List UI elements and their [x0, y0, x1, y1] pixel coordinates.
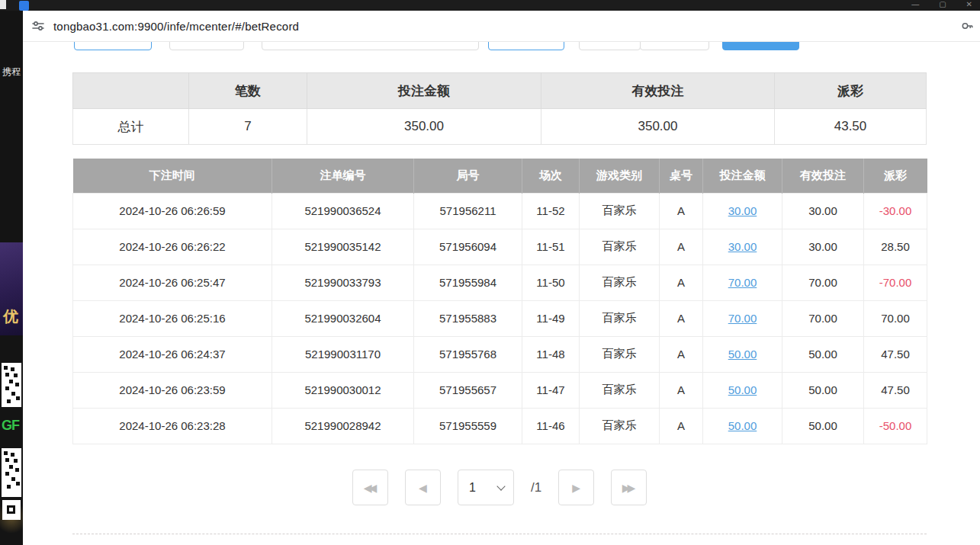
- bet-time-cell: 2024-10-26 06:24:37: [73, 336, 272, 372]
- background-bottom-box: [2, 500, 21, 520]
- bet-amount-link[interactable]: 50.00: [728, 348, 757, 361]
- page-total-label: /1: [531, 480, 541, 495]
- bet-amount-link[interactable]: 70.00: [728, 276, 757, 289]
- bet-amount-cell: 70.00: [703, 300, 782, 336]
- payout-cell: 70.00: [864, 300, 927, 336]
- valid-bet-cell: 30.00: [782, 193, 864, 229]
- next-page-button[interactable]: ▶: [558, 470, 594, 505]
- browser-titlebar: — ▢ ✕: [0, 0, 980, 11]
- table-number-cell: A: [660, 300, 703, 336]
- bet-amount-cell: 50.00: [703, 372, 782, 408]
- bet-time-cell: 2024-10-26 06:25:16: [73, 300, 272, 336]
- payout-cell: 28.50: [864, 229, 927, 264]
- round-number-cell: 571956094: [414, 229, 522, 264]
- col-header-bet-amount: 投注金额: [703, 159, 782, 193]
- table-number-cell: A: [660, 229, 703, 264]
- order-number-cell: 521990033793: [272, 264, 414, 300]
- order-number-cell: 521990030012: [272, 372, 414, 408]
- qr-code-1: [2, 363, 21, 407]
- maximize-button[interactable]: ▢: [939, 0, 946, 10]
- bet-time-cell: 2024-10-26 06:26:59: [73, 193, 272, 229]
- table-row: 2024-10-26 06:23:59521990030012571955657…: [73, 372, 927, 408]
- pagination: ◀◀ ◀ 1 /1 ▶ ▶▶: [72, 470, 927, 505]
- first-page-icon: ◀◀: [364, 482, 374, 494]
- prev-page-icon: ◀: [419, 482, 427, 494]
- last-page-icon: ▶▶: [622, 482, 633, 494]
- minimize-button[interactable]: —: [911, 0, 919, 10]
- round-number-cell: 571955984: [414, 264, 522, 300]
- session-cell: 11-51: [522, 229, 580, 264]
- order-number-cell: 521990028942: [272, 408, 414, 444]
- game-type-cell: 百家乐: [580, 336, 660, 372]
- bet-amount-cell: 50.00: [703, 336, 782, 372]
- table-row: 2024-10-26 06:26:59521990036524571956211…: [73, 193, 927, 229]
- summary-count-value: 7: [188, 109, 307, 145]
- payout-cell: 47.50: [864, 372, 927, 408]
- col-header-valid-bet: 有效投注: [782, 159, 864, 193]
- valid-bet-cell: 50.00: [782, 336, 864, 372]
- table-row: 2024-10-26 06:26:22521990035142571956094…: [73, 229, 927, 264]
- round-number-cell: 571955559: [414, 408, 522, 444]
- session-cell: 11-48: [522, 336, 580, 372]
- round-number-cell: 571955883: [414, 300, 522, 336]
- game-type-cell: 百家乐: [580, 229, 660, 264]
- round-number-cell: 571955768: [414, 336, 522, 372]
- summary-corner-cell: [72, 72, 188, 109]
- bet-amount-link[interactable]: 30.00: [728, 204, 757, 217]
- payout-cell: -30.00: [864, 193, 927, 229]
- round-number-cell: 571955657: [414, 372, 522, 408]
- col-header-session: 场次: [522, 159, 580, 193]
- payout-cell: -70.00: [864, 264, 927, 300]
- col-header-table-number: 桌号: [660, 159, 703, 193]
- bet-table: 下注时间 注单编号 局号 场次 游戏类别 桌号 投注金额 有效投注 派彩 202…: [72, 159, 927, 444]
- session-cell: 11-47: [522, 372, 580, 408]
- bet-time-cell: 2024-10-26 06:23:28: [73, 408, 272, 444]
- bet-amount-cell: 30.00: [703, 193, 782, 229]
- table-number-cell: A: [660, 408, 703, 444]
- table-number-cell: A: [660, 336, 703, 372]
- round-number-cell: 571956211: [414, 193, 522, 229]
- summary-header-count: 笔数: [188, 72, 307, 109]
- game-type-cell: 百家乐: [580, 264, 660, 300]
- site-info-icon[interactable]: [31, 18, 46, 34]
- url-text[interactable]: tongbao31.com:9900/infe/mcenter/#/betRec…: [53, 20, 299, 33]
- session-cell: 11-46: [522, 408, 580, 444]
- valid-bet-cell: 50.00: [782, 408, 864, 444]
- summary-header-payout: 派彩: [774, 72, 927, 109]
- bet-amount-cell: 50.00: [703, 408, 782, 444]
- bet-record-page: 笔数 投注金额 有效投注 派彩 总计 7 350.00 350.00 43.50…: [23, 42, 980, 545]
- tab-favicon-icon: [19, 1, 29, 11]
- summary-total-label: 总计: [72, 109, 188, 145]
- table-row: 2024-10-26 06:25:47521990033793571955984…: [73, 264, 927, 300]
- table-row: 2024-10-26 06:25:16521990032604571955883…: [73, 300, 927, 336]
- summary-payout-value: 43.50: [774, 109, 927, 145]
- valid-bet-cell: 70.00: [782, 264, 864, 300]
- valid-bet-cell: 70.00: [782, 300, 864, 336]
- browser-urlbar: tongbao31.com:9900/infe/mcenter/#/betRec…: [23, 11, 980, 42]
- order-number-cell: 521990036524: [272, 193, 414, 229]
- dashed-separator: [72, 534, 927, 534]
- col-header-order-number: 注单编号: [272, 159, 414, 193]
- bet-amount-link[interactable]: 50.00: [728, 383, 757, 396]
- qr-code-2: [2, 448, 21, 497]
- bet-amount-link[interactable]: 30.00: [728, 240, 757, 253]
- bet-time-cell: 2024-10-26 06:23:59: [73, 372, 272, 408]
- close-button[interactable]: ✕: [966, 0, 972, 10]
- page-select[interactable]: 1: [458, 470, 514, 505]
- background-logo-label: GF: [2, 418, 19, 434]
- summary-valid-value: 350.00: [541, 109, 774, 145]
- summary-table: 笔数 投注金额 有效投注 派彩 总计 7 350.00 350.00 43.50: [72, 72, 927, 145]
- bet-time-cell: 2024-10-26 06:25:47: [73, 264, 272, 300]
- key-icon[interactable]: [960, 19, 975, 34]
- first-page-button[interactable]: ◀◀: [352, 470, 388, 505]
- summary-header-valid: 有效投注: [541, 72, 774, 109]
- bet-amount-link[interactable]: 50.00: [728, 419, 757, 432]
- bet-amount-cell: 70.00: [703, 264, 782, 300]
- col-header-round-number: 局号: [414, 159, 522, 193]
- last-page-button[interactable]: ▶▶: [611, 470, 647, 505]
- prev-page-button[interactable]: ◀: [405, 470, 441, 505]
- table-number-cell: A: [660, 264, 703, 300]
- bet-time-cell: 2024-10-26 06:26:22: [73, 229, 272, 264]
- valid-bet-cell: 30.00: [782, 229, 864, 264]
- bet-amount-link[interactable]: 70.00: [728, 312, 757, 325]
